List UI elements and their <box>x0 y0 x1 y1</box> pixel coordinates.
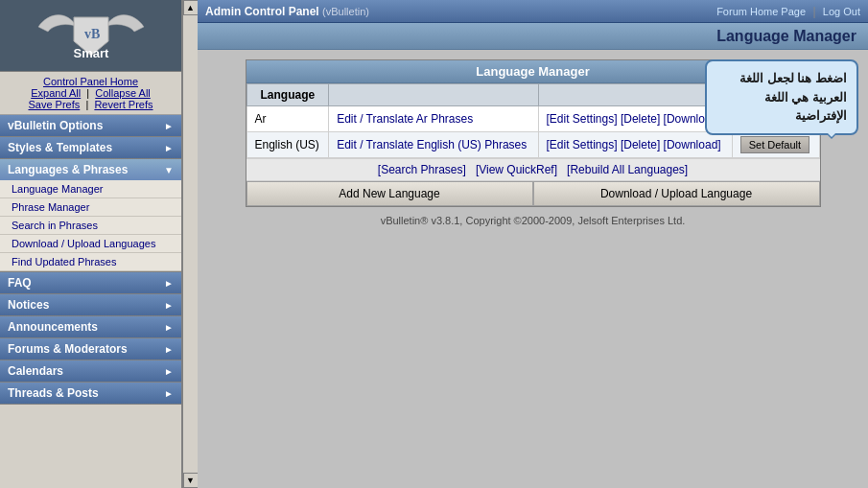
sidebar-header-faq[interactable]: FAQ ► <box>0 272 181 293</box>
main-content: Admin Control Panel (vBulletin) Forum Ho… <box>198 0 868 488</box>
scroll-down-button[interactable]: ▼ <box>183 473 199 488</box>
collapse-all-link[interactable]: Collapse All <box>95 87 150 99</box>
sidebar-section-threads-posts: Threads & Posts ► <box>0 383 181 405</box>
download-upload-language-button[interactable]: Download / Upload Language <box>533 181 820 206</box>
sidebar-header-forums-moderators[interactable]: Forums & Moderators ► <box>0 338 181 360</box>
chevron-right-icon: ► <box>164 344 174 355</box>
chevron-down-icon: ▼ <box>164 165 174 175</box>
chevron-right-icon: ► <box>164 366 174 377</box>
chevron-right-icon: ► <box>164 143 174 153</box>
content-area: اضغط هنا لجعل اللغة العربية هي اللغة الإ… <box>198 50 868 488</box>
sidebar-header-threads-posts[interactable]: Threads & Posts ► <box>0 383 181 404</box>
default-cell-en: Set Default <box>732 132 819 158</box>
col-actions <box>538 84 732 106</box>
add-buttons-row: Add New Language Download / Upload Langu… <box>246 180 820 206</box>
sidebar-section-styles-templates: Styles & Templates ► <box>0 137 181 159</box>
edit-settings-en-link[interactable]: [Edit Settings] <box>547 138 618 151</box>
logout-link[interactable]: Log Out <box>823 6 860 17</box>
chevron-right-icon: ► <box>164 278 174 289</box>
sidebar-item-phrase-manager[interactable]: Phrase Manager <box>0 198 181 217</box>
col-language: Language <box>246 84 329 106</box>
sidebar-section-notices: Notices ► <box>0 294 181 316</box>
sidebar-item-language-manager[interactable]: Language Manager <box>0 180 181 198</box>
control-panel-links: Control Panel Home Expand All | Collapse… <box>0 72 181 115</box>
top-nav-links: Forum Home Page | Log Out <box>716 5 860 18</box>
sidebar-section-announcements: Announcements ► <box>0 316 181 338</box>
sidebar-header-announcements[interactable]: Announcements ► <box>0 316 181 337</box>
sidebar-section-forums-moderators: Forums & Moderators ► <box>0 338 181 360</box>
save-prefs-link[interactable]: Save Prefs <box>28 99 80 110</box>
edit-translate-en-link[interactable]: Edit / Translate English (US) Phrases <box>337 138 527 151</box>
action-links-en: [Edit Settings] [Delete] [Download] <box>538 132 732 158</box>
sidebar-header-languages-phrases[interactable]: Languages & Phrases ▼ <box>0 159 181 180</box>
rebuild-all-link[interactable]: [Rebuild All Languages] <box>567 163 688 176</box>
sidebar-header-styles-templates[interactable]: Styles & Templates ► <box>0 137 181 158</box>
edit-settings-ar-link[interactable]: [Edit Settings] <box>547 112 618 126</box>
language-code-en: English (US) <box>246 132 329 158</box>
sidebar-item-search-phrases[interactable]: Search in Phrases <box>0 217 181 235</box>
sidebar-header-vbulletin-options[interactable]: vBulletin Options ► <box>0 115 181 136</box>
sidebar-section-vbulletin-options: vBulletin Options ► <box>0 115 181 137</box>
delete-en-link[interactable]: [Delete] <box>621 138 660 151</box>
admin-panel-title: Admin Control Panel (vBulletin) <box>205 5 369 18</box>
top-bar: Admin Control Panel (vBulletin) Forum Ho… <box>198 0 868 23</box>
sidebar-section-faq: FAQ ► <box>0 272 181 294</box>
add-new-language-button[interactable]: Add New Language <box>246 181 533 206</box>
arabic-tooltip: اضغط هنا لجعل اللغة العربية هي اللغة الإ… <box>705 59 858 135</box>
page-header: Language Manager <box>198 23 868 50</box>
language-code-ar: Ar <box>246 106 329 132</box>
edit-link-en[interactable]: Edit / Translate English (US) Phrases <box>329 132 538 158</box>
logo-area: vB Smart <box>0 0 181 72</box>
logo-icon: vB Smart <box>29 8 153 65</box>
chevron-right-icon: ► <box>164 121 174 131</box>
chevron-right-icon: ► <box>164 322 174 333</box>
bottom-action-links: [Search Phrases] [View QuickRef] [Rebuil… <box>246 158 820 180</box>
action-links-ar: [Edit Settings] [Delete] [Download] <box>538 106 732 132</box>
sidebar-item-find-updated[interactable]: Find Updated Phrases <box>0 253 181 271</box>
divider: | <box>812 5 818 18</box>
sidebar-section-languages-phrases: Languages & Phrases ▼ Language Manager P… <box>0 159 181 272</box>
set-default-en-button[interactable]: Set Default <box>740 136 809 153</box>
chevron-right-icon: ► <box>164 388 174 399</box>
footer-copyright: vBulletin® v3.8.1, Copyright ©2000-2009,… <box>207 207 858 234</box>
edit-translate-ar-link[interactable]: Edit / Translate Ar Phrases <box>337 112 473 126</box>
view-quickref-link[interactable]: [View QuickRef] <box>476 163 557 176</box>
sidebar-header-calendars[interactable]: Calendars ► <box>0 360 181 382</box>
search-phrases-link[interactable]: [Search Phrases] <box>378 163 466 176</box>
sidebar-item-download-upload[interactable]: Download / Upload Languages <box>0 235 181 253</box>
svg-text:vB: vB <box>84 27 100 41</box>
sidebar-scrollbar[interactable]: ▲ ▼ <box>182 0 198 488</box>
sidebar-section-calendars: Calendars ► <box>0 360 181 383</box>
scroll-up-button[interactable]: ▲ <box>183 0 199 15</box>
chevron-right-icon: ► <box>164 300 174 311</box>
table-row: English (US) Edit / Translate English (U… <box>246 132 819 158</box>
svg-text:Smart: Smart <box>73 46 109 60</box>
control-panel-home-link[interactable]: Control Panel Home <box>43 76 138 87</box>
sidebar: vB Smart Control Panel Home Expand All |… <box>0 0 182 488</box>
download-en-link[interactable]: [Download] <box>664 138 721 151</box>
sidebar-header-notices[interactable]: Notices ► <box>0 294 181 315</box>
delete-ar-link[interactable]: [Delete] <box>621 112 660 126</box>
col-edit <box>329 84 538 106</box>
edit-link-ar[interactable]: Edit / Translate Ar Phrases <box>329 106 538 132</box>
forum-home-link[interactable]: Forum Home Page <box>716 6 806 17</box>
expand-all-link[interactable]: Expand All <box>31 87 81 99</box>
revert-prefs-link[interactable]: Revert Prefs <box>94 99 152 110</box>
